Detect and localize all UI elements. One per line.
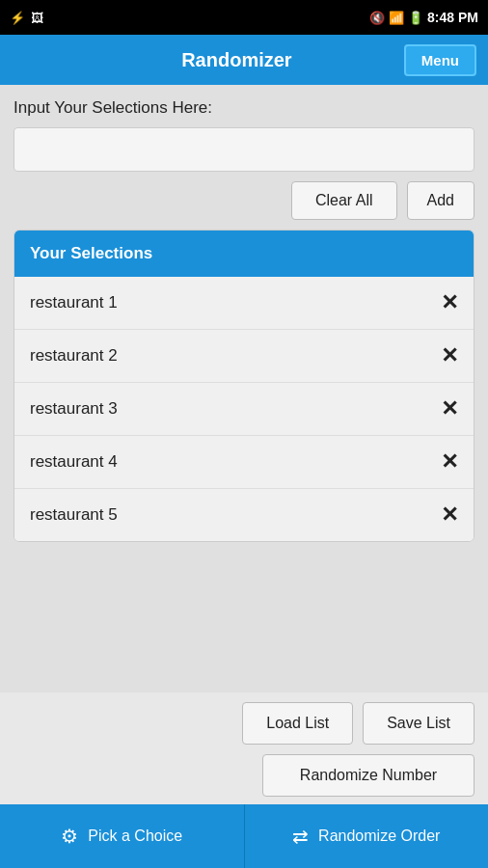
app-header: Randomizer Menu [0,35,488,85]
load-save-row: Load List Save List [14,702,474,745]
selection-item-text-3: restaurant 3 [30,399,118,419]
signal-icon: 📶 [389,11,404,25]
button-row: Clear All Add [14,181,474,220]
selection-item: restaurant 4 ✕ [14,436,474,489]
input-label: Input Your Selections Here: [14,98,474,118]
main-content: Input Your Selections Here: Clear All Ad… [0,85,488,692]
selection-item: restaurant 2 ✕ [14,330,474,383]
status-right: 🔇 📶 🔋 8:48 PM [369,10,478,25]
selections-container: Your Selections restaurant 1 ✕ restauran… [14,230,474,542]
clear-all-button[interactable]: Clear All [291,181,397,220]
selection-item: restaurant 1 ✕ [14,277,474,330]
selections-header-text: Your Selections [30,244,152,262]
mute-icon: 🔇 [369,11,385,25]
delete-item-5[interactable]: ✕ [441,504,458,526]
randomize-number-row: Randomize Number [14,754,474,797]
selection-item-text-1: restaurant 1 [30,293,118,312]
delete-item-1[interactable]: ✕ [441,292,458,313]
status-left: ⚡ 🖼 [10,11,43,25]
delete-item-3[interactable]: ✕ [441,398,458,420]
usb-icon: ⚡ [10,11,25,25]
menu-button[interactable]: Menu [404,44,476,76]
randomize-number-button[interactable]: Randomize Number [262,754,474,797]
bottom-buttons: Load List Save List Randomize Number [0,692,488,804]
load-list-button[interactable]: Load List [242,702,353,745]
selection-input[interactable] [14,127,474,172]
status-time: 8:48 PM [427,10,478,25]
delete-item-4[interactable]: ✕ [441,451,458,473]
selection-item-text-2: restaurant 2 [30,346,118,366]
selections-header: Your Selections [14,231,474,277]
add-button[interactable]: Add [407,181,474,220]
delete-item-2[interactable]: ✕ [441,345,458,366]
pick-choice-button[interactable]: ⚙ Pick a Choice [0,804,245,868]
image-icon: 🖼 [31,11,43,25]
pick-choice-label: Pick a Choice [88,827,182,845]
selection-item-text-5: restaurant 5 [30,505,118,525]
selection-item: restaurant 5 ✕ [14,489,474,541]
pick-choice-icon: ⚙ [61,825,78,848]
status-bar: ⚡ 🖼 🔇 📶 🔋 8:48 PM [0,0,488,35]
app-title: Randomizer [69,49,404,71]
selection-item-text-4: restaurant 4 [30,452,118,472]
randomize-order-button[interactable]: ⇄ Randomize Order [245,804,489,868]
randomize-order-label: Randomize Order [318,827,440,845]
battery-icon: 🔋 [408,11,423,25]
selection-item: restaurant 3 ✕ [14,383,474,436]
footer-bar: ⚙ Pick a Choice ⇄ Randomize Order [0,804,488,868]
randomize-order-icon: ⇄ [292,825,309,848]
save-list-button[interactable]: Save List [363,702,474,745]
